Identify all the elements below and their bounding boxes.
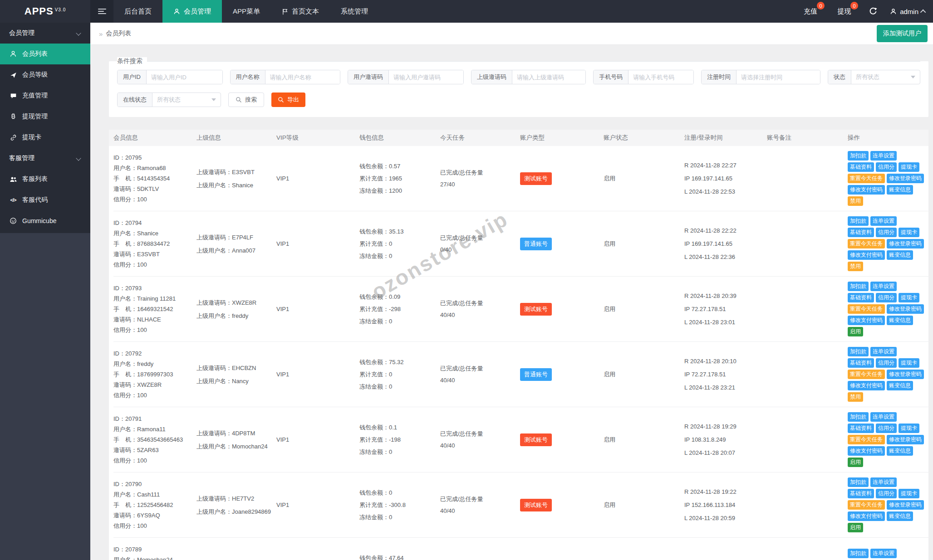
withdraw-notifications[interactable]: 提现 0: [827, 0, 861, 23]
parent-invite-input[interactable]: [512, 70, 586, 84]
action-button[interactable]: 连单设置: [870, 282, 897, 291]
action-button[interactable]: 信用分: [876, 424, 897, 433]
action-button[interactable]: 修改登录密码: [887, 370, 924, 379]
export-button[interactable]: 导出: [271, 93, 305, 107]
action-button[interactable]: 提现卡: [899, 358, 919, 368]
action-button[interactable]: 账变信息: [887, 250, 913, 260]
nav-item-dashboard[interactable]: 后台首页: [113, 0, 162, 23]
action-button[interactable]: 信用分: [876, 293, 897, 302]
sidebar-group-support[interactable]: 客服管理: [0, 148, 90, 169]
action-button[interactable]: 重置今天任务: [848, 370, 885, 379]
action-button[interactable]: 账变信息: [887, 446, 913, 456]
action-button[interactable]: 信用分: [876, 162, 897, 172]
sidebar-item-withdraw-card[interactable]: 提现卡: [0, 127, 90, 148]
action-button[interactable]: 提现卡: [899, 293, 919, 302]
action-button[interactable]: 基础资料: [848, 293, 874, 302]
user-name-input[interactable]: [265, 70, 340, 84]
action-button[interactable]: 修改支付密码: [848, 316, 885, 325]
action-button[interactable]: 连单设置: [870, 151, 897, 161]
wallet-frozen: 0: [389, 318, 392, 325]
toggle-status-button[interactable]: 启用: [848, 327, 863, 336]
action-button[interactable]: 重置今天任务: [848, 174, 885, 183]
action-button[interactable]: 信用分: [876, 489, 897, 498]
action-button[interactable]: 加扣款: [848, 412, 869, 422]
user-invite-input[interactable]: [389, 70, 464, 84]
status-select[interactable]: 状态 所有状态: [828, 70, 920, 84]
toggle-status-button[interactable]: 禁用: [848, 196, 863, 206]
sidebar-item-support-code[interactable]: </> 客服代码: [0, 190, 90, 210]
action-button[interactable]: 连单设置: [870, 412, 897, 422]
toggle-status-button[interactable]: 禁用: [848, 392, 863, 402]
action-button[interactable]: 加扣款: [848, 477, 869, 487]
login-time: L 2024-11-28 20:59: [684, 511, 735, 525]
column-header: 账户类型: [520, 134, 604, 142]
action-button[interactable]: 提现卡: [899, 424, 919, 433]
account-type-badge: 普通账号: [520, 368, 552, 381]
refresh-button[interactable]: [861, 0, 885, 23]
nav-item-app-menu[interactable]: APP菜单: [222, 0, 271, 23]
table-row: ID：20793 用户名：Training 11281 手 机：16469321…: [113, 277, 928, 342]
online-status-select[interactable]: 在线状态 所有状态: [117, 93, 221, 107]
action-button[interactable]: 重置今天任务: [848, 239, 885, 248]
action-button[interactable]: 修改登录密码: [887, 500, 924, 510]
search-button[interactable]: 搜索: [228, 93, 264, 107]
toggle-status-button[interactable]: 启用: [848, 458, 863, 467]
action-button[interactable]: 修改登录密码: [887, 304, 924, 314]
action-button[interactable]: 连单设置: [870, 216, 897, 226]
action-button[interactable]: 修改登录密码: [887, 435, 924, 444]
sidebar-group-members[interactable]: 会员管理: [0, 23, 90, 44]
sidebar-item-withdraw-mgmt[interactable]: 提现管理: [0, 106, 90, 127]
action-button[interactable]: 修改支付密码: [848, 185, 885, 195]
action-button[interactable]: 账变信息: [887, 381, 913, 390]
action-button[interactable]: 基础资料: [848, 489, 874, 498]
nav-item-home-text[interactable]: 首页文本: [271, 0, 330, 23]
action-button[interactable]: 加扣款: [848, 282, 869, 291]
sidebar-toggle-button[interactable]: [90, 0, 113, 23]
sidebar-item-member-list[interactable]: 会员列表: [0, 44, 90, 64]
action-button[interactable]: 提现卡: [899, 228, 919, 237]
action-button[interactable]: 加扣款: [848, 347, 869, 356]
admin-menu[interactable]: admin: [885, 0, 933, 23]
toggle-status-button[interactable]: 禁用: [848, 262, 863, 271]
action-button[interactable]: 基础资料: [848, 162, 874, 172]
account-status: 启用: [604, 369, 615, 380]
register-time-input[interactable]: [737, 70, 820, 84]
nav-item-system[interactable]: 系统管理: [330, 0, 379, 23]
action-button[interactable]: 连单设置: [870, 347, 897, 356]
sidebar-item-gummicube[interactable]: Gummicube: [0, 210, 90, 231]
nav-item-members[interactable]: 会员管理: [162, 0, 222, 23]
sidebar-item-recharge-mgmt[interactable]: 充值管理: [0, 85, 90, 106]
action-button[interactable]: 账变信息: [887, 316, 913, 325]
action-button[interactable]: 提现卡: [899, 489, 919, 498]
action-button[interactable]: 加扣款: [848, 216, 869, 226]
action-button[interactable]: 加扣款: [848, 549, 869, 558]
recharge-notifications[interactable]: 充值 0: [794, 0, 827, 23]
toggle-status-button[interactable]: 启用: [848, 523, 863, 532]
action-button[interactable]: 信用分: [876, 358, 897, 368]
sidebar-item-support-list[interactable]: 客服列表: [0, 169, 90, 190]
action-button[interactable]: 修改登录密码: [887, 239, 924, 248]
action-button[interactable]: 信用分: [876, 228, 897, 237]
sidebar-item-member-level[interactable]: 会员等级: [0, 64, 90, 85]
action-button[interactable]: 基础资料: [848, 228, 874, 237]
action-button[interactable]: 账变信息: [887, 511, 913, 521]
account-type-cell: 测试账号: [520, 146, 604, 211]
action-button[interactable]: 修改支付密码: [848, 511, 885, 521]
action-button[interactable]: 重置今天任务: [848, 500, 885, 510]
action-button[interactable]: 重置今天任务: [848, 435, 885, 444]
action-button[interactable]: 连单设置: [870, 549, 897, 558]
action-button[interactable]: 修改登录密码: [887, 174, 924, 183]
action-button[interactable]: 提现卡: [899, 162, 919, 172]
action-button[interactable]: 修改支付密码: [848, 446, 885, 456]
action-button[interactable]: 账变信息: [887, 185, 913, 195]
action-button[interactable]: 基础资料: [848, 424, 874, 433]
action-button[interactable]: 修改支付密码: [848, 381, 885, 390]
phone-input[interactable]: [629, 70, 694, 84]
action-button[interactable]: 重置今天任务: [848, 304, 885, 314]
action-button[interactable]: 修改支付密码: [848, 250, 885, 260]
action-button[interactable]: 加扣款: [848, 151, 869, 161]
action-button[interactable]: 基础资料: [848, 358, 874, 368]
action-button[interactable]: 连单设置: [870, 477, 897, 487]
add-test-user-button[interactable]: 添加测试用户: [877, 25, 928, 42]
user-id-input[interactable]: [147, 70, 223, 84]
